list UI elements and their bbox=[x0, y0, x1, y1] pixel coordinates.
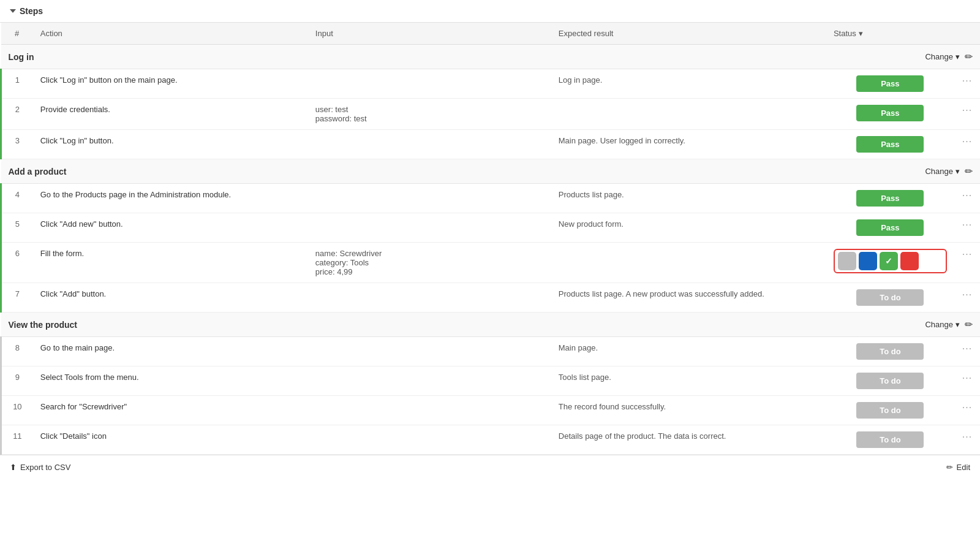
col-header-expected: Expected result bbox=[551, 23, 826, 45]
more-options-icon[interactable]: ··· bbox=[962, 136, 972, 146]
more-options-icon[interactable]: ··· bbox=[962, 289, 972, 300]
edit-button[interactable]: ✏ Edit bbox=[946, 463, 970, 472]
row-expected: Main page. User logged in correctly. bbox=[551, 130, 826, 159]
edit-section-icon[interactable]: ✏ bbox=[965, 319, 973, 330]
steps-toggle[interactable]: Steps bbox=[10, 6, 43, 16]
row-status: To do bbox=[826, 366, 954, 396]
status-badge[interactable]: Pass bbox=[856, 105, 924, 121]
table-row: 2 Provide credentials. user: testpasswor… bbox=[1, 99, 981, 130]
row-input bbox=[308, 184, 551, 213]
status-option-red[interactable] bbox=[900, 252, 919, 270]
change-button[interactable]: Change ▾ bbox=[925, 167, 960, 176]
row-more[interactable]: ··· bbox=[954, 184, 980, 213]
row-expected: New product form. bbox=[551, 213, 826, 243]
edit-label: Edit bbox=[957, 463, 970, 472]
change-button[interactable]: Change ▾ bbox=[925, 52, 960, 61]
row-input bbox=[308, 337, 551, 366]
row-action: Provide credentials. bbox=[33, 99, 308, 130]
section-row-view_product: View the product Change ▾ ✏ bbox=[1, 313, 981, 337]
row-more[interactable]: ··· bbox=[954, 425, 980, 455]
edit-section-icon[interactable]: ✏ bbox=[965, 51, 973, 63]
export-icon: ⬆ bbox=[10, 463, 17, 472]
col-header-status[interactable]: Status ▾ bbox=[826, 23, 954, 45]
row-input: user: testpassword: test bbox=[308, 99, 551, 130]
row-more[interactable]: ··· bbox=[954, 69, 980, 99]
status-badge[interactable]: Pass bbox=[856, 219, 924, 236]
row-more[interactable]: ··· bbox=[954, 337, 980, 366]
section-actions: Change ▾ ✏ bbox=[826, 45, 980, 69]
row-action: Fill the form. bbox=[33, 243, 308, 283]
steps-table: # Action Input Expected result Status ▾ … bbox=[0, 23, 980, 455]
row-more[interactable]: ··· bbox=[954, 99, 980, 130]
change-button[interactable]: Change ▾ bbox=[925, 320, 960, 329]
row-expected bbox=[551, 99, 826, 130]
row-input bbox=[308, 130, 551, 159]
row-more[interactable]: ··· bbox=[954, 283, 980, 313]
status-badge[interactable]: Pass bbox=[856, 75, 924, 92]
row-expected: Main page. bbox=[551, 337, 826, 366]
more-options-icon[interactable]: ··· bbox=[962, 343, 972, 354]
more-options-icon[interactable]: ··· bbox=[962, 190, 972, 200]
row-more[interactable]: ··· bbox=[954, 130, 980, 159]
steps-header: Steps bbox=[0, 0, 980, 23]
change-label: Change bbox=[925, 320, 953, 329]
row-expected: Log in page. bbox=[551, 69, 826, 99]
row-more[interactable]: ··· bbox=[954, 396, 980, 425]
status-badge[interactable]: Pass bbox=[856, 190, 924, 207]
status-selector[interactable]: ✓ bbox=[834, 249, 947, 273]
row-expected: The record found successfully. bbox=[551, 396, 826, 425]
row-input: name: Screwdrivercategory: Toolsprice: 4… bbox=[308, 243, 551, 283]
row-num: 6 bbox=[1, 243, 33, 283]
row-num: 8 bbox=[1, 337, 33, 366]
status-badge[interactable]: To do bbox=[856, 343, 924, 360]
change-label: Change bbox=[925, 167, 953, 176]
row-action: Click "Details" icon bbox=[33, 425, 308, 455]
table-row: 7 Click "Add" button. Products list page… bbox=[1, 283, 981, 313]
section-row-login: Log in Change ▾ ✏ bbox=[1, 45, 981, 69]
table-row: 3 Click "Log in" button. Main page. User… bbox=[1, 130, 981, 159]
more-options-icon[interactable]: ··· bbox=[962, 402, 972, 412]
row-status: Pass bbox=[826, 184, 954, 213]
row-more[interactable]: ··· bbox=[954, 366, 980, 396]
more-options-icon[interactable]: ··· bbox=[962, 373, 972, 383]
table-row: 6 Fill the form. name: Screwdrivercatego… bbox=[1, 243, 981, 283]
more-options-icon[interactable]: ··· bbox=[962, 105, 972, 115]
status-badge[interactable]: Pass bbox=[856, 136, 924, 153]
col-header-action: Action bbox=[33, 23, 308, 45]
edit-pencil-icon: ✏ bbox=[946, 463, 953, 472]
col-header-actions bbox=[954, 23, 980, 45]
status-option-blue[interactable] bbox=[859, 252, 877, 270]
table-header-row: # Action Input Expected result Status ▾ bbox=[1, 23, 981, 45]
status-option-gray[interactable] bbox=[838, 252, 856, 270]
table-row: 5 Click "Add new" button. New product fo… bbox=[1, 213, 981, 243]
row-num: 2 bbox=[1, 99, 33, 130]
row-num: 11 bbox=[1, 425, 33, 455]
edit-section-icon[interactable]: ✏ bbox=[965, 165, 973, 177]
col-header-num: # bbox=[1, 23, 33, 45]
row-expected bbox=[551, 243, 826, 283]
export-csv-button[interactable]: ⬆ Export to CSV bbox=[10, 463, 70, 472]
export-label: Export to CSV bbox=[20, 463, 70, 472]
status-option-green[interactable]: ✓ bbox=[880, 252, 898, 270]
row-status: To do bbox=[826, 396, 954, 425]
status-badge[interactable]: To do bbox=[856, 289, 924, 306]
status-badge[interactable]: To do bbox=[856, 431, 924, 448]
more-options-icon[interactable]: ··· bbox=[962, 249, 972, 259]
status-badge[interactable]: To do bbox=[856, 373, 924, 389]
row-action: Click "Log in" button. bbox=[33, 130, 308, 159]
row-num: 4 bbox=[1, 184, 33, 213]
chevron-icon bbox=[10, 9, 16, 13]
row-input bbox=[308, 425, 551, 455]
row-num: 1 bbox=[1, 69, 33, 99]
more-options-icon[interactable]: ··· bbox=[962, 75, 972, 86]
row-status: Pass bbox=[826, 99, 954, 130]
change-chevron-icon: ▾ bbox=[956, 320, 960, 329]
more-options-icon[interactable]: ··· bbox=[962, 431, 972, 442]
row-status: Pass bbox=[826, 130, 954, 159]
row-status: Pass bbox=[826, 213, 954, 243]
row-more[interactable]: ··· bbox=[954, 213, 980, 243]
status-badge[interactable]: To do bbox=[856, 402, 924, 419]
row-num: 9 bbox=[1, 366, 33, 396]
more-options-icon[interactable]: ··· bbox=[962, 219, 972, 230]
row-more[interactable]: ··· bbox=[954, 243, 980, 283]
